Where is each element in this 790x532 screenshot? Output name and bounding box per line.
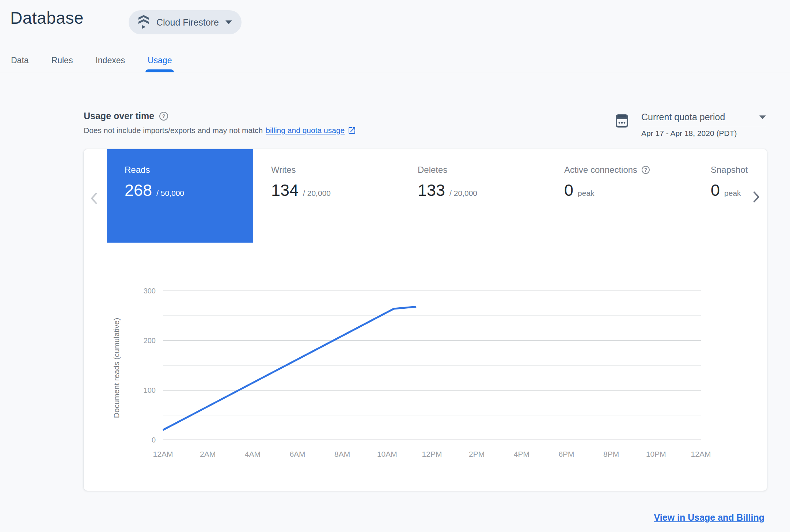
tab-data[interactable]: Data (11, 50, 29, 72)
metric-card-suffix: peak (724, 189, 741, 198)
y-tick-label: 0 (152, 436, 156, 444)
tab-usage[interactable]: Usage (148, 50, 172, 72)
x-tick-label: 8PM (603, 450, 619, 458)
metric-card-value: 268 (125, 181, 152, 200)
reads-line-series (163, 307, 416, 430)
metric-card-writes[interactable]: Writes134/ 20,000 (253, 149, 400, 243)
metric-card-value: 0 (564, 181, 573, 200)
metric-card-label: Active connections (564, 165, 637, 175)
y-axis-title: Document reads (cumulative) (112, 318, 121, 418)
metric-card-reads[interactable]: Reads268/ 50,000 (107, 149, 253, 243)
metric-card-label: Writes (271, 165, 296, 175)
product-selector-label: Cloud Firestore (156, 17, 219, 28)
section-description: Does not include imports/exports and may… (84, 126, 263, 135)
metric-card-suffix: peak (578, 189, 595, 198)
scroll-left-button[interactable] (89, 191, 100, 205)
x-tick-label: 6PM (558, 450, 574, 458)
metric-card-value: 134 (271, 181, 299, 200)
chevron-down-icon (225, 20, 232, 24)
tab-label: Data (11, 56, 29, 65)
scroll-right-button[interactable] (751, 190, 761, 204)
x-tick-label: 4PM (514, 450, 529, 458)
page-title: Database (10, 8, 84, 28)
divider (641, 126, 766, 126)
tab-indexes[interactable]: Indexes (95, 50, 125, 72)
metric-card-value: 133 (418, 181, 445, 200)
help-icon[interactable]: ? (642, 166, 650, 174)
x-tick-label: 12AM (153, 450, 173, 458)
firestore-usage-page: Database Cloud Firestore DataRulesIndexe… (0, 0, 790, 532)
metric-card-suffix: / 20,000 (449, 189, 477, 198)
y-tick-label: 200 (144, 337, 156, 345)
quota-period-selector[interactable]: Current quota period Apr 17 - Apr 18, 20… (616, 112, 766, 138)
x-tick-label: 6AM (289, 450, 305, 458)
metric-cards-row: Reads268/ 50,000Writes134/ 20,000Deletes… (107, 149, 767, 243)
tab-rules[interactable]: Rules (52, 50, 73, 72)
tab-label: Rules (52, 56, 73, 65)
section-title: Usage over time (84, 111, 154, 121)
external-link-icon[interactable] (347, 126, 356, 135)
metric-card-suffix: / 50,000 (156, 189, 184, 198)
quota-period-label: Current quota period (641, 112, 725, 122)
x-tick-label: 2AM (200, 450, 216, 458)
metric-card-deletes[interactable]: Deletes133/ 20,000 (400, 149, 546, 243)
tab-label: Usage (148, 56, 172, 65)
billing-quota-usage-link[interactable]: billing and quota usage (266, 126, 345, 135)
usage-section-header: Usage over time ? Does not include impor… (84, 111, 356, 135)
help-icon[interactable]: ? (159, 112, 168, 121)
metric-card-suffix: / 20,000 (303, 189, 331, 198)
metric-card-value: 0 (711, 181, 720, 200)
product-selector[interactable]: Cloud Firestore (129, 10, 242, 34)
calendar-icon (616, 113, 628, 128)
metric-card-label: Reads (125, 165, 150, 175)
chevron-down-icon (759, 115, 766, 119)
x-tick-label: 4AM (245, 450, 261, 458)
y-tick-label: 300 (144, 287, 156, 295)
firestore-icon (137, 15, 150, 30)
metric-card-active-connections[interactable]: Active connections?0peak (546, 149, 693, 243)
tab-label: Indexes (95, 56, 125, 65)
x-tick-label: 12AM (691, 450, 711, 458)
x-tick-label: 10PM (646, 450, 666, 458)
x-tick-label: 12PM (422, 450, 442, 458)
x-tick-label: 10AM (377, 450, 397, 458)
x-tick-label: 8AM (334, 450, 350, 458)
usage-panel: Reads268/ 50,000Writes134/ 20,000Deletes… (83, 149, 767, 491)
y-tick-label: 100 (144, 386, 156, 394)
x-tick-label: 2PM (469, 450, 485, 458)
quota-period-value: Apr 17 - Apr 18, 2020 (PDT) (641, 129, 766, 138)
metric-card-label: Snapshot listeners (711, 165, 749, 175)
view-usage-billing-link[interactable]: View in Usage and Billing (654, 512, 764, 523)
metric-card-label: Deletes (418, 165, 447, 175)
tab-bar: DataRulesIndexesUsage (0, 50, 790, 72)
